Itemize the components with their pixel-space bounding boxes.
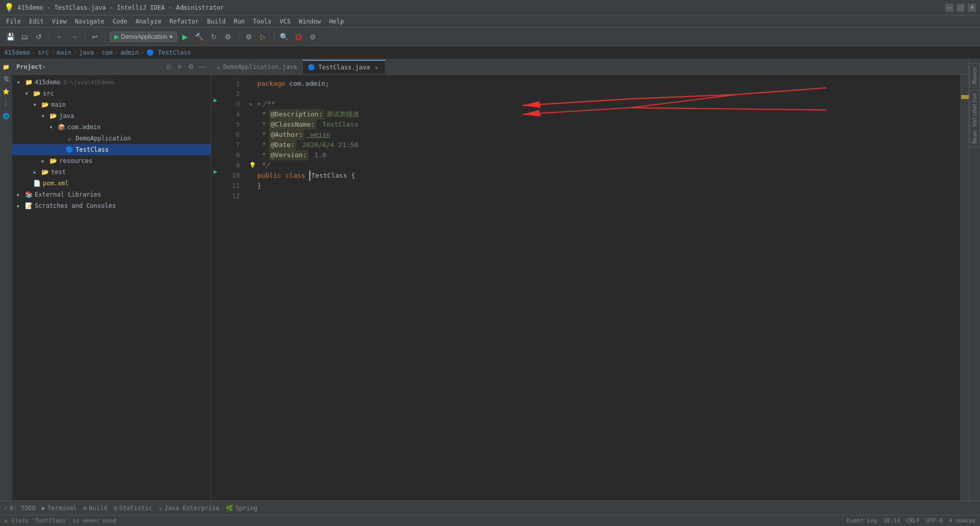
menu-item-build[interactable]: Build [203, 15, 230, 28]
vcs-icon[interactable]: ⤴ [1, 98, 12, 109]
forward-button[interactable]: → [68, 31, 80, 43]
breadcrumb-item[interactable]: java [79, 49, 94, 56]
code-line-2 [249, 89, 961, 99]
tree-item-scratches-consoles[interactable]: ▸ 📝 Scratches and Consoles [12, 200, 211, 211]
breadcrumb-item[interactable]: 🔵 TestClass [146, 49, 191, 56]
code-line-8: * @Version: 1.0 [249, 150, 961, 160]
line-numbers: 1 2 3 4 5 6 7 8 9 10 11 12 [219, 75, 245, 500]
event-log-button[interactable]: Event Log [847, 517, 877, 524]
tab-demo-application[interactable]: ☕ DemoApplication.java [211, 60, 303, 74]
sync-button[interactable]: ⊙ [164, 62, 173, 71]
project-icon[interactable]: 📁 [1, 61, 12, 73]
menu-item-help[interactable]: Help [325, 15, 348, 28]
tree-item-external-libraries[interactable]: ▸ 📚 External Libraries [12, 189, 211, 200]
run-button[interactable]: ▶ [179, 31, 191, 43]
status-right: Event Log 10:14 CRLF UTF-8 4 spaces [847, 517, 976, 524]
title-bar-left: 💡 415demo - TestClass.java - IntelliJ ID… [4, 3, 224, 12]
tree-item-com-admin[interactable]: ▾ 📦 com.admin [12, 122, 211, 133]
project-folder-icon: 📁 [24, 78, 33, 86]
collapse-indicator[interactable]: ⊖ [257, 99, 260, 109]
bottom-statistic[interactable]: ◷ Statistic [113, 505, 152, 512]
line-ending[interactable]: CRLF [906, 517, 920, 524]
menu-item-vcs[interactable]: VCS [276, 15, 295, 28]
maximize-button[interactable]: □ [957, 4, 965, 12]
code-line-10: public class TestClass { [249, 171, 961, 181]
tree-item-src[interactable]: ▾ 📂 src [12, 88, 211, 99]
right-side-panel: Maven Bean Validation [969, 59, 980, 500]
close-button[interactable]: ✕ [968, 4, 976, 12]
run3-button[interactable]: 🐞 [292, 31, 305, 43]
menu-item-edit[interactable]: Edit [25, 15, 48, 28]
menu-item-analyze[interactable]: Analyze [131, 15, 165, 28]
bottom-terminal[interactable]: ▶ Terminal [42, 505, 77, 512]
build-button[interactable]: 🔨 [193, 31, 206, 43]
bottom-build[interactable]: ⚙ Build [83, 505, 107, 512]
menu-item-window[interactable]: Window [295, 15, 325, 28]
menu-item-refactor[interactable]: Refactor [165, 15, 203, 28]
menu-item-run[interactable]: Run [230, 15, 249, 28]
breadcrumb-item[interactable]: admin [120, 49, 139, 56]
indent[interactable]: 4 spaces [949, 517, 976, 524]
undo-button[interactable]: ↩ [89, 31, 101, 43]
editor-content[interactable]: ▶ ▶ 1 2 3 4 5 6 7 8 9 [211, 75, 969, 500]
project-panel-header: Project ▾ ⊙ ≡ ⚙ — [12, 59, 211, 75]
breadcrumb-item[interactable]: 415demo [4, 49, 30, 56]
tab-close-button[interactable]: ✕ [373, 64, 380, 71]
maven-tab[interactable]: Maven [969, 63, 980, 87]
tree-item-resources[interactable]: ▸ 📂 resources [12, 155, 211, 166]
tab-test-class[interactable]: 🔵 TestClass.java ✕ [303, 60, 386, 74]
more-button[interactable]: ⚙ [222, 31, 234, 43]
web-icon[interactable]: 🌐 [1, 110, 12, 122]
run-config-button[interactable]: ▶ DemoApplication ▾ [110, 32, 177, 42]
menu-item-code[interactable]: Code [109, 15, 132, 28]
project-dropdown[interactable]: ▾ [42, 63, 46, 70]
status-message: Class 'TestClass' is never used [12, 517, 116, 524]
tree-item-test[interactable]: ▸ 📂 test [12, 166, 211, 178]
refresh-button[interactable]: ↺ [33, 31, 45, 43]
bean-validation-tab[interactable]: Bean Validation [969, 89, 980, 147]
tree-item-test-class[interactable]: 🔵 TestClass [12, 144, 211, 155]
tree-item-demo-application[interactable]: ☕ DemoApplication [12, 133, 211, 144]
structure-icon[interactable]: 🏗 [1, 74, 12, 85]
inspect-button[interactable]: ⊘ [307, 31, 319, 43]
bottom-spring[interactable]: 🌿 Spring [226, 505, 257, 512]
bottom-terminal-label: Terminal [47, 505, 77, 512]
tree-item-main[interactable]: ▾ 📂 main [12, 99, 211, 110]
hide-button[interactable]: — [198, 62, 207, 71]
tree-item-pom-xml[interactable]: 📄 pom.xml [12, 178, 211, 189]
bottom-build-label: Build [89, 505, 107, 512]
tab-test-class-label: TestClass.java [318, 64, 370, 71]
breadcrumb-item[interactable]: com [102, 49, 113, 56]
tree-item-java[interactable]: ▾ 📂 java [12, 110, 211, 122]
save-button[interactable]: 💾 [4, 31, 16, 43]
run2-button[interactable]: ▷ [257, 31, 270, 43]
favorites-icon[interactable]: ⭐ [1, 86, 12, 97]
search-button[interactable]: 🔍 [278, 31, 290, 43]
breadcrumb-item[interactable]: src [38, 49, 49, 56]
reload-button[interactable]: ↻ [208, 31, 220, 43]
bottom-todo[interactable]: ✓ 6: TODO [4, 505, 36, 512]
save-all-button[interactable]: 🗂 [18, 31, 31, 43]
back-button[interactable]: ← [54, 31, 66, 43]
left-sidebar-icons: 📁 🏗 ⭐ ⤴ 🌐 [0, 59, 12, 500]
tree-item-415demo[interactable]: ▾ 📁 415demo D:\java\415demo [12, 77, 211, 88]
menu-item-tools[interactable]: Tools [249, 15, 276, 28]
breadcrumb-item[interactable]: main [57, 49, 71, 56]
settings-gear-button[interactable]: ⚙ [186, 62, 195, 71]
encoding[interactable]: UTF-8 [926, 517, 943, 524]
status-bar: ⚠ Class 'TestClass' is never used Event … [0, 515, 980, 526]
settings-button[interactable]: ⚙ [243, 31, 255, 43]
cursor-position[interactable]: 10:14 [883, 517, 900, 524]
editor-scrollbar[interactable] [961, 75, 969, 500]
collapse-all-button[interactable]: ≡ [175, 62, 184, 71]
light-bulb-icon[interactable]: 💡 [249, 160, 256, 171]
bottom-java-enterprise[interactable]: ☕ Java Enterprise [158, 505, 219, 512]
title-bar-controls[interactable]: ─ □ ✕ [945, 4, 976, 12]
menu-item-file[interactable]: File [2, 15, 25, 28]
menu-item-view[interactable]: View [48, 15, 71, 28]
code-line-12 [249, 191, 961, 201]
fold-bar[interactable]: ≡ [249, 99, 252, 109]
minimize-button[interactable]: ─ [945, 4, 953, 12]
code-area[interactable]: package com.admin; ≡ ⊖ /** [245, 75, 961, 500]
menu-item-navigate[interactable]: Navigate [71, 15, 109, 28]
